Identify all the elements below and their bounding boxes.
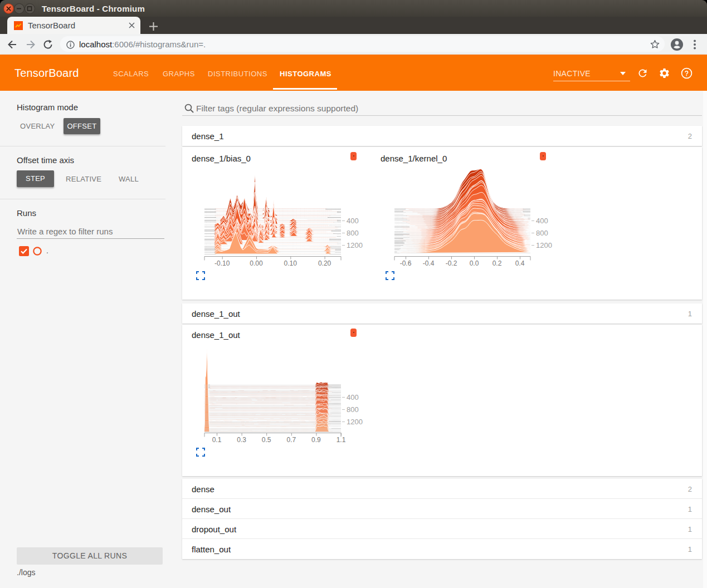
svg-text:0.1: 0.1 (212, 436, 222, 444)
svg-text:1.1: 1.1 (337, 436, 346, 444)
svg-text:0.3: 0.3 (237, 436, 246, 444)
svg-text:800: 800 (347, 405, 359, 414)
svg-text:0.2: 0.2 (493, 259, 502, 267)
svg-text:0.20: 0.20 (318, 259, 331, 267)
svg-text:-0.10: -0.10 (214, 259, 230, 267)
svg-text:400: 400 (347, 393, 359, 401)
svg-text:-0.6: -0.6 (400, 259, 412, 267)
svg-text:0.10: 0.10 (284, 259, 298, 267)
svg-text:1200: 1200 (347, 418, 363, 426)
svg-text:0.9: 0.9 (311, 436, 321, 444)
svg-text:400: 400 (347, 217, 359, 225)
svg-text:800: 800 (347, 229, 359, 237)
svg-text:0.7: 0.7 (286, 436, 296, 444)
svg-text:1200: 1200 (536, 241, 552, 249)
svg-text:-0.4: -0.4 (423, 259, 435, 267)
svg-text:0.00: 0.00 (250, 259, 263, 267)
svg-text:0.5: 0.5 (262, 436, 271, 444)
svg-text:400: 400 (536, 217, 548, 225)
svg-text:800: 800 (536, 229, 548, 237)
svg-text:-0.2: -0.2 (446, 259, 457, 267)
svg-text:0.0: 0.0 (470, 259, 479, 267)
svg-text:1200: 1200 (347, 241, 363, 249)
svg-text:0.4: 0.4 (515, 259, 525, 267)
